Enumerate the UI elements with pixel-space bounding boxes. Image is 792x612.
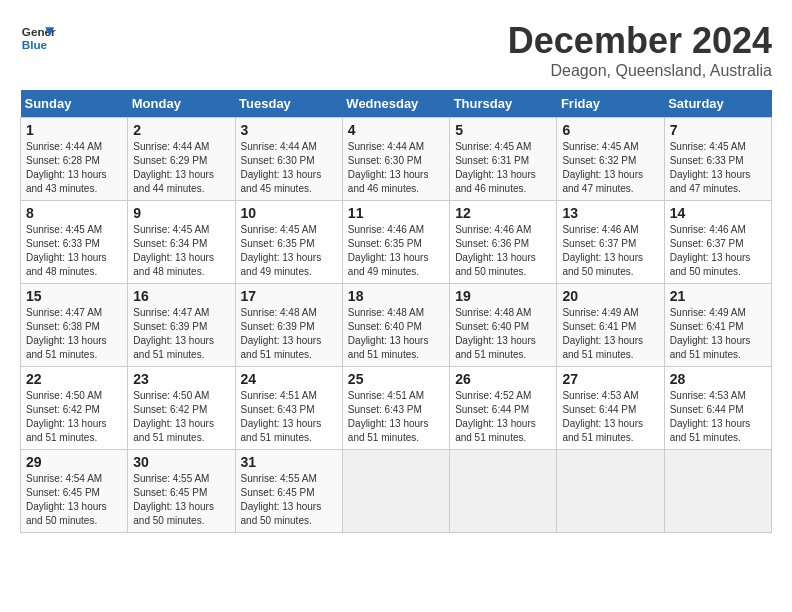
table-row: 16 Sunrise: 4:47 AM Sunset: 6:39 PM Dayl… <box>128 284 235 367</box>
svg-text:Blue: Blue <box>22 38 48 51</box>
table-row: 2 Sunrise: 4:44 AM Sunset: 6:29 PM Dayli… <box>128 118 235 201</box>
table-row: 25 Sunrise: 4:51 AM Sunset: 6:43 PM Dayl… <box>342 367 449 450</box>
table-row: 20 Sunrise: 4:49 AM Sunset: 6:41 PM Dayl… <box>557 284 664 367</box>
table-row: 21 Sunrise: 4:49 AM Sunset: 6:41 PM Dayl… <box>664 284 771 367</box>
calendar-table: Sunday Monday Tuesday Wednesday Thursday… <box>20 90 772 533</box>
col-friday: Friday <box>557 90 664 118</box>
table-row: 4 Sunrise: 4:44 AM Sunset: 6:30 PM Dayli… <box>342 118 449 201</box>
table-row: 17 Sunrise: 4:48 AM Sunset: 6:39 PM Dayl… <box>235 284 342 367</box>
page-header: General Blue December 2024 Deagon, Queen… <box>20 20 772 80</box>
calendar-week: 22 Sunrise: 4:50 AM Sunset: 6:42 PM Dayl… <box>21 367 772 450</box>
table-row: 23 Sunrise: 4:50 AM Sunset: 6:42 PM Dayl… <box>128 367 235 450</box>
logo: General Blue <box>20 20 56 56</box>
table-row: 31 Sunrise: 4:55 AM Sunset: 6:45 PM Dayl… <box>235 450 342 533</box>
table-row: 9 Sunrise: 4:45 AM Sunset: 6:34 PM Dayli… <box>128 201 235 284</box>
table-row: 26 Sunrise: 4:52 AM Sunset: 6:44 PM Dayl… <box>450 367 557 450</box>
col-saturday: Saturday <box>664 90 771 118</box>
table-row: 19 Sunrise: 4:48 AM Sunset: 6:40 PM Dayl… <box>450 284 557 367</box>
empty-cell <box>557 450 664 533</box>
table-row: 6 Sunrise: 4:45 AM Sunset: 6:32 PM Dayli… <box>557 118 664 201</box>
table-row: 14 Sunrise: 4:46 AM Sunset: 6:37 PM Dayl… <box>664 201 771 284</box>
table-row: 3 Sunrise: 4:44 AM Sunset: 6:30 PM Dayli… <box>235 118 342 201</box>
calendar-week: 8 Sunrise: 4:45 AM Sunset: 6:33 PM Dayli… <box>21 201 772 284</box>
table-row: 11 Sunrise: 4:46 AM Sunset: 6:35 PM Dayl… <box>342 201 449 284</box>
table-row: 27 Sunrise: 4:53 AM Sunset: 6:44 PM Dayl… <box>557 367 664 450</box>
header-row: Sunday Monday Tuesday Wednesday Thursday… <box>21 90 772 118</box>
table-row: 28 Sunrise: 4:53 AM Sunset: 6:44 PM Dayl… <box>664 367 771 450</box>
table-row: 13 Sunrise: 4:46 AM Sunset: 6:37 PM Dayl… <box>557 201 664 284</box>
empty-cell <box>450 450 557 533</box>
table-row: 12 Sunrise: 4:46 AM Sunset: 6:36 PM Dayl… <box>450 201 557 284</box>
empty-cell <box>664 450 771 533</box>
title-area: December 2024 Deagon, Queensland, Austra… <box>508 20 772 80</box>
table-row: 30 Sunrise: 4:55 AM Sunset: 6:45 PM Dayl… <box>128 450 235 533</box>
calendar-week: 15 Sunrise: 4:47 AM Sunset: 6:38 PM Dayl… <box>21 284 772 367</box>
table-row: 1 Sunrise: 4:44 AM Sunset: 6:28 PM Dayli… <box>21 118 128 201</box>
col-thursday: Thursday <box>450 90 557 118</box>
table-row: 22 Sunrise: 4:50 AM Sunset: 6:42 PM Dayl… <box>21 367 128 450</box>
empty-cell <box>342 450 449 533</box>
table-row: 24 Sunrise: 4:51 AM Sunset: 6:43 PM Dayl… <box>235 367 342 450</box>
col-wednesday: Wednesday <box>342 90 449 118</box>
col-sunday: Sunday <box>21 90 128 118</box>
location-title: Deagon, Queensland, Australia <box>508 62 772 80</box>
table-row: 8 Sunrise: 4:45 AM Sunset: 6:33 PM Dayli… <box>21 201 128 284</box>
table-row: 18 Sunrise: 4:48 AM Sunset: 6:40 PM Dayl… <box>342 284 449 367</box>
logo-icon: General Blue <box>20 20 56 56</box>
calendar-week: 29 Sunrise: 4:54 AM Sunset: 6:45 PM Dayl… <box>21 450 772 533</box>
table-row: 7 Sunrise: 4:45 AM Sunset: 6:33 PM Dayli… <box>664 118 771 201</box>
calendar-week: 1 Sunrise: 4:44 AM Sunset: 6:28 PM Dayli… <box>21 118 772 201</box>
month-title: December 2024 <box>508 20 772 62</box>
col-monday: Monday <box>128 90 235 118</box>
table-row: 5 Sunrise: 4:45 AM Sunset: 6:31 PM Dayli… <box>450 118 557 201</box>
table-row: 15 Sunrise: 4:47 AM Sunset: 6:38 PM Dayl… <box>21 284 128 367</box>
table-row: 10 Sunrise: 4:45 AM Sunset: 6:35 PM Dayl… <box>235 201 342 284</box>
col-tuesday: Tuesday <box>235 90 342 118</box>
table-row: 29 Sunrise: 4:54 AM Sunset: 6:45 PM Dayl… <box>21 450 128 533</box>
